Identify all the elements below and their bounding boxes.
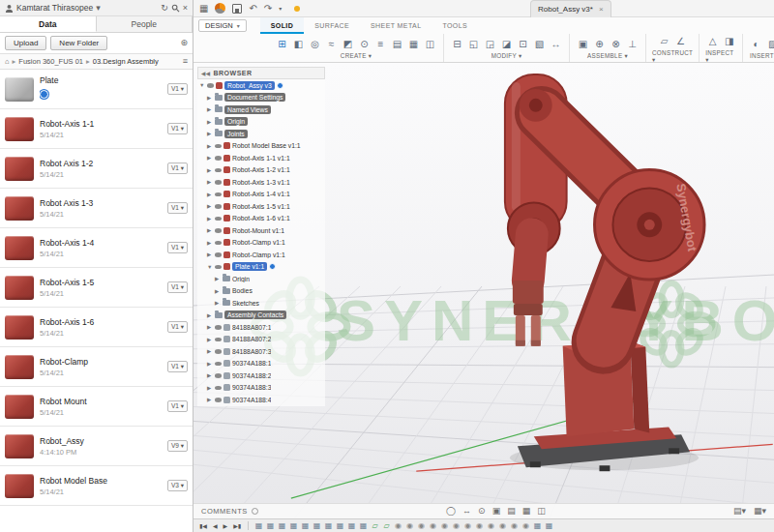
browser-row[interactable]: ▶Robot-Clamp v1:1 [197, 249, 325, 261]
chevron-down-icon[interactable]: ▾ [96, 4, 101, 13]
version-badge[interactable]: V9 ▾ [167, 440, 188, 452]
box-icon[interactable]: ▤ [390, 37, 404, 51]
list-item[interactable]: Robot-Axis 1-15/14/21V1 ▾ [0, 109, 193, 149]
sort-icon[interactable]: ≡ [183, 57, 188, 66]
timeline-skip-start-icon[interactable]: ▮◀ [197, 523, 209, 529]
browser-row[interactable]: ▶Origin [197, 273, 325, 285]
timeline-component-icon[interactable]: ▦ [358, 520, 369, 531]
timeline-component-icon[interactable]: ▦ [335, 520, 345, 531]
ribbon-tab-tools[interactable]: TOOLS [432, 17, 478, 34]
list-item[interactable]: Robot Axis 1-25/14/21V1 ▾ [0, 149, 193, 189]
chevron-down-icon[interactable]: ▼ [199, 82, 205, 88]
breadcrumb-folder[interactable]: 03.Design Assembly [93, 57, 159, 66]
eye-icon[interactable] [215, 168, 222, 173]
chevron-right-icon[interactable]: ▶ [207, 372, 213, 378]
move-icon[interactable]: ↔ [549, 37, 563, 51]
timeline-joint-icon[interactable]: ◉ [451, 520, 461, 531]
close-panel-icon[interactable]: × [183, 4, 188, 13]
browser-row-label[interactable]: Robot-Mount v1:1 [232, 227, 284, 234]
chevron-right-icon[interactable]: ▶ [207, 385, 213, 391]
list-item[interactable]: Robot_Assy4:14:10 PMV9 ▾ [0, 427, 193, 466]
browser-row[interactable]: ▶90374A188:4 [197, 394, 325, 406]
section-icon[interactable]: ◨ [722, 34, 736, 48]
eye-icon[interactable] [215, 228, 222, 233]
browser-row[interactable]: ▼Robot_Assy v3 [197, 79, 325, 92]
redo-dropdown-icon[interactable]: ▾ [279, 6, 282, 12]
joint-icon[interactable]: ⊕ [592, 37, 607, 51]
mirror-icon[interactable]: ◫ [423, 37, 437, 51]
chevron-right-icon[interactable]: ▶ [207, 95, 213, 101]
comments-toggle[interactable]: COMMENTS [201, 507, 258, 516]
zoom-icon[interactable]: ⊙ [478, 507, 486, 516]
browser-row[interactable]: ▶90374A188:2 [197, 369, 325, 382]
browser-row[interactable]: ▶Robot-Axis 1-4 v1:1 [197, 189, 325, 201]
thread-icon[interactable]: ≡ [373, 37, 388, 51]
chevron-right-icon[interactable]: ▶ [207, 143, 213, 149]
browser-row-label[interactable]: Robot_Assy v3 [224, 81, 275, 90]
browser-row[interactable]: ▶Robot-Axis 1-5 v1:1 [197, 200, 325, 213]
eye-icon[interactable] [215, 338, 222, 342]
version-badge[interactable]: V1 ▾ [167, 83, 188, 95]
eye-icon[interactable] [215, 265, 222, 270]
tab-data[interactable]: Data [0, 16, 97, 32]
apps-grid-icon[interactable]: ▦ [199, 4, 208, 14]
browser-row-label[interactable]: Joints [224, 130, 248, 138]
eye-icon[interactable] [215, 362, 222, 367]
browser-row-label[interactable]: 90374A188:1 [232, 360, 271, 367]
timeline-joint-icon[interactable]: ◉ [521, 520, 531, 531]
list-item[interactable]: PlateV1 ▾ [0, 70, 193, 109]
ribbon-group-label[interactable]: INSPECT ▾ [705, 49, 736, 63]
gear-icon[interactable]: ⊛ [180, 39, 188, 47]
timeline-component-icon[interactable]: ▦ [253, 520, 264, 531]
browser-row[interactable]: ▶Robot-Clamp v1:1 [197, 237, 325, 250]
timeline-component-icon[interactable]: ▦ [544, 520, 554, 531]
chevron-right-icon[interactable]: ▶ [215, 276, 221, 281]
breadcrumb-project[interactable]: Fusion 360_FUS 01 [18, 57, 83, 66]
chevron-right-icon[interactable]: ▶ [207, 240, 213, 246]
search-icon[interactable] [171, 4, 180, 13]
timeline-joint-icon[interactable]: ◉ [497, 520, 508, 531]
eye-icon[interactable] [215, 241, 222, 246]
list-item[interactable]: Robot-Axis 1-55/14/21V1 ▾ [0, 268, 193, 308]
pattern-icon[interactable]: ▦ [406, 37, 421, 51]
eye-icon[interactable] [215, 386, 222, 391]
home-icon[interactable]: ⌂ [5, 57, 10, 66]
workspace-dropdown[interactable]: DESIGN ▾ [198, 19, 247, 32]
chevron-down-icon[interactable]: ▼ [207, 264, 213, 270]
timeline-joint-icon[interactable]: ◉ [393, 520, 403, 531]
eye-icon[interactable] [215, 325, 222, 330]
display-icon[interactable]: ▤ [507, 507, 516, 516]
timeline-component-icon[interactable]: ▦ [532, 520, 543, 531]
browser-row[interactable]: ▶84188A807:2 [197, 334, 325, 346]
insert-mcmaster-icon[interactable]: ◐ [749, 37, 763, 51]
ribbon-tab-sheet-metal[interactable]: SHEET METAL [360, 17, 432, 34]
chevron-right-icon[interactable]: ▶ [207, 216, 213, 222]
eye-icon[interactable] [215, 204, 222, 209]
fit-icon[interactable]: ▣ [492, 507, 501, 516]
timeline-component-icon[interactable]: ▦ [346, 520, 357, 531]
chevron-right-icon[interactable]: ▶ [207, 397, 213, 402]
save-icon[interactable] [232, 4, 242, 14]
browser-row-label[interactable]: Robot-Axis 1-2 v1:1 [232, 166, 290, 173]
version-badge[interactable]: V1 ▾ [167, 163, 188, 174]
chevron-right-icon[interactable]: ▶ [207, 324, 213, 330]
timeline-joint-icon[interactable]: ◉ [486, 520, 496, 531]
chevron-right-icon[interactable]: ▶ [207, 227, 213, 233]
upload-button[interactable]: Upload [5, 36, 46, 50]
fillet-icon[interactable]: ◱ [466, 37, 481, 51]
chevron-right-icon[interactable]: ▶ [207, 361, 213, 367]
browser-row-label[interactable]: Robot-Axis 1-6 v1:1 [232, 215, 290, 222]
new-sketch-icon[interactable]: ⊞ [275, 37, 289, 51]
timeline-joint-icon[interactable]: ◉ [404, 520, 415, 531]
chevron-right-icon[interactable]: ▶ [207, 203, 213, 209]
browser-row-label[interactable]: 90374A188:2 [232, 372, 271, 379]
browser-row[interactable]: ▶90374A188:3 [197, 382, 325, 395]
measure-icon[interactable]: △ [705, 34, 720, 48]
browser-row-label[interactable]: Robot Model Base v1:1 [232, 142, 301, 149]
browser-row-label[interactable]: Robot-Clamp v1:1 [232, 251, 285, 258]
browser-row[interactable]: ▶Bodies [197, 285, 325, 298]
list-item[interactable]: Robot-Clamp5/14/21V1 ▾ [0, 347, 193, 387]
ribbon-group-label[interactable]: CREATE ▾ [341, 52, 372, 59]
extrude-icon[interactable]: ◧ [291, 37, 306, 51]
browser-row[interactable]: ▶Assembly Contacts [197, 310, 325, 322]
